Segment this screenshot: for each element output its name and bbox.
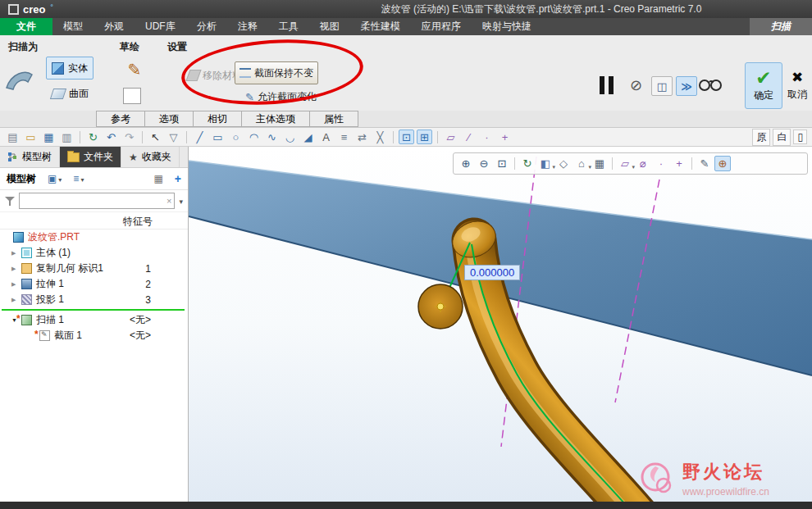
trim-icon[interactable]: ╳: [372, 130, 388, 144]
zoom-in-icon[interactable]: ⊕: [458, 156, 474, 171]
open-icon[interactable]: ▭: [23, 130, 39, 144]
preview-glasses-icon[interactable]: [699, 78, 723, 91]
menu-tab[interactable]: 模型: [52, 18, 94, 35]
tree-row[interactable]: 拉伸 1 2: [0, 276, 188, 292]
datum-axis-icon[interactable]: ∕: [461, 130, 477, 144]
text-icon[interactable]: A: [318, 130, 334, 144]
expand-arrow-icon[interactable]: [11, 281, 21, 288]
clear-search-icon[interactable]: ×: [167, 196, 171, 206]
origin-button[interactable]: 原: [752, 129, 770, 146]
display-style-icon[interactable]: ◧: [537, 156, 554, 171]
ok-button[interactable]: 确定: [745, 62, 782, 109]
datum-point-icon[interactable]: ∙: [479, 130, 495, 144]
dashboard-tab[interactable]: 属性: [309, 111, 358, 127]
annotation-display-icon[interactable]: ✎: [696, 156, 713, 171]
dashboard-tab[interactable]: 选项: [144, 111, 194, 127]
menu-tab[interactable]: 柔性建模: [350, 18, 411, 35]
spin-center-icon[interactable]: ⊕: [714, 156, 731, 171]
separator[interactable]: [77, 130, 83, 144]
repaint-icon[interactable]: ↻: [519, 156, 536, 171]
expand-arrow-icon[interactable]: [11, 297, 21, 303]
tree-row[interactable]: 扫描 1 <无>: [0, 312, 188, 328]
tree-row[interactable]: 截面 1 <无>: [0, 328, 188, 343]
tree-columns-icon[interactable]: [153, 173, 162, 184]
print-icon[interactable]: ▥: [59, 130, 75, 144]
regenerate-icon[interactable]: ↻: [85, 130, 101, 144]
circle-icon[interactable]: ○: [228, 130, 244, 144]
partial-edge-icon[interactable]: ▯: [793, 130, 807, 144]
dimension-value[interactable]: 0.000000: [464, 265, 520, 280]
separator[interactable]: [512, 156, 518, 171]
sketch-pencil-icon[interactable]: [120, 57, 149, 83]
tree-row[interactable]: 复制几何 标识1 1: [0, 261, 188, 276]
fillet-icon[interactable]: ◡: [282, 130, 298, 144]
tree-search-input[interactable]: [20, 193, 174, 208]
datum-csys-display-icon[interactable]: +: [671, 156, 687, 171]
dashboard-tab[interactable]: 主体选项: [241, 111, 310, 127]
menu-tab[interactable]: UDF库: [135, 18, 186, 35]
separator[interactable]: [139, 130, 145, 144]
menu-tab[interactable]: 外观: [94, 18, 135, 35]
menu-tab[interactable]: 工具: [268, 18, 309, 35]
transparent-style-icon[interactable]: ◇: [555, 156, 572, 171]
select-arrow-icon[interactable]: ↖: [148, 130, 163, 144]
dashboard-tab[interactable]: 参考: [96, 111, 145, 127]
3d-viewport[interactable]: [189, 147, 812, 502]
white-button[interactable]: 白: [773, 129, 791, 146]
spline-icon[interactable]: ∿: [264, 130, 280, 144]
sketch-blank-icon[interactable]: [123, 88, 141, 104]
tab-model-tree[interactable]: 模型树: [0, 147, 60, 167]
arc-icon[interactable]: ◠: [246, 130, 262, 144]
datum-plane-icon[interactable]: ▱: [443, 130, 458, 144]
tree-row[interactable]: 波纹管.PRT: [0, 230, 188, 245]
pause-button[interactable]: [600, 76, 614, 94]
refit-icon[interactable]: ⊡: [494, 156, 510, 171]
search-dropdown-icon[interactable]: [179, 195, 183, 207]
menu-tab[interactable]: 映射与快捷: [472, 18, 542, 35]
datum-point-display-icon[interactable]: ∙: [653, 156, 669, 171]
datum-axis-display-icon[interactable]: ⌀: [635, 156, 651, 171]
tree-row[interactable]: 投影 1 3: [0, 292, 188, 307]
menu-tab[interactable]: 视图: [309, 18, 350, 35]
undo-icon[interactable]: ↶: [103, 130, 119, 144]
zoom-out-icon[interactable]: ⊖: [476, 156, 492, 171]
separator[interactable]: [689, 156, 695, 171]
no-preview-icon[interactable]: [630, 76, 642, 94]
view-manager-icon[interactable]: ▦: [591, 156, 608, 171]
tree-row[interactable]: 主体 (1): [0, 245, 188, 261]
surface-button[interactable]: 曲面: [46, 82, 94, 105]
menu-tab[interactable]: 注释: [227, 18, 268, 35]
datum-csys-icon[interactable]: +: [497, 130, 513, 144]
new-file-icon[interactable]: ▤: [5, 130, 21, 144]
keep-section-constant-button[interactable]: 截面保持不变: [235, 61, 318, 84]
separator[interactable]: [184, 130, 189, 144]
sketch-view-icon[interactable]: ⊡: [399, 130, 414, 144]
preview-toggle-icon[interactable]: [676, 76, 697, 96]
redo-icon[interactable]: ↷: [121, 130, 137, 144]
graphics-area[interactable]: ⊕⊖⊡↻◧◇⌂▦▱⌀∙+✎⊕ 0.000000 野火论坛 www.proewil…: [189, 147, 812, 502]
save-icon[interactable]: ▦: [41, 130, 57, 144]
filter-funnel-icon[interactable]: [5, 196, 15, 207]
tree-pin-icon[interactable]: [175, 172, 181, 185]
tree-display-options-icon[interactable]: [48, 173, 62, 184]
offset-icon[interactable]: ≡: [336, 130, 352, 144]
expand-arrow-icon[interactable]: [11, 250, 21, 257]
allow-section-vary-button[interactable]: 允许截面变化: [241, 88, 321, 106]
separator[interactable]: [435, 130, 440, 144]
section-origin-point[interactable]: [437, 303, 444, 310]
tree-filters-icon[interactable]: [73, 173, 84, 184]
expand-arrow-icon[interactable]: [11, 266, 21, 272]
chamfer-icon[interactable]: ◢: [300, 130, 316, 144]
dashboard-tab[interactable]: 相切: [193, 111, 242, 127]
menu-tab[interactable]: 分析: [186, 18, 227, 35]
tab-folder-browser[interactable]: 文件夹: [60, 147, 121, 167]
rectangle-icon[interactable]: ▭: [210, 130, 226, 144]
mirror-icon[interactable]: ⇄: [354, 130, 370, 144]
menu-tab-sweep-context[interactable]: 扫描: [750, 18, 812, 35]
tab-favorites[interactable]: 收藏夹: [121, 147, 180, 167]
datum-plane-display-icon[interactable]: ▱: [617, 156, 633, 171]
menu-tab[interactable]: 应用程序: [411, 18, 472, 35]
separator[interactable]: [609, 156, 615, 171]
separator[interactable]: [390, 130, 396, 144]
verify-icon[interactable]: [651, 76, 673, 96]
